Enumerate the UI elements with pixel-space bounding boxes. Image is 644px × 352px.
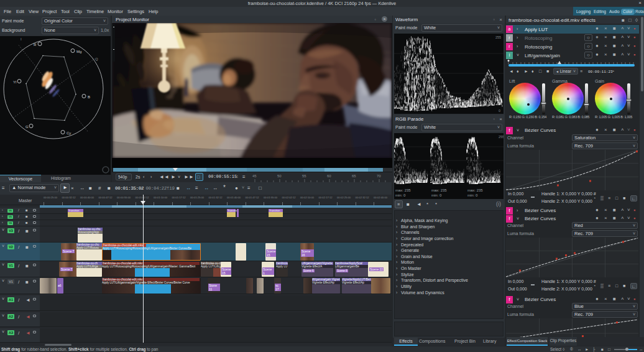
svg-text:Cy: Cy: [67, 131, 71, 135]
svg-text:70: 70: [377, 174, 381, 178]
svg-text:I: I: [21, 37, 22, 41]
svg-text:255: 255: [499, 135, 504, 139]
svg-text:Mg: Mg: [76, 50, 81, 53]
svg-text:Yl: Yl: [13, 80, 16, 84]
svg-text:255: 255: [495, 35, 501, 39]
svg-text:B: B: [88, 95, 90, 99]
svg-text:G: G: [25, 125, 29, 129]
svg-text:R: R: [34, 43, 37, 47]
svg-text:50: 50: [277, 174, 282, 178]
svg-text:60: 60: [327, 174, 331, 178]
svg-text:65: 65: [352, 174, 356, 178]
svg-text:55: 55: [302, 174, 306, 178]
svg-text:0: 0: [499, 109, 500, 113]
svg-text:45: 45: [252, 174, 257, 178]
svg-text:Q: Q: [95, 57, 98, 61]
